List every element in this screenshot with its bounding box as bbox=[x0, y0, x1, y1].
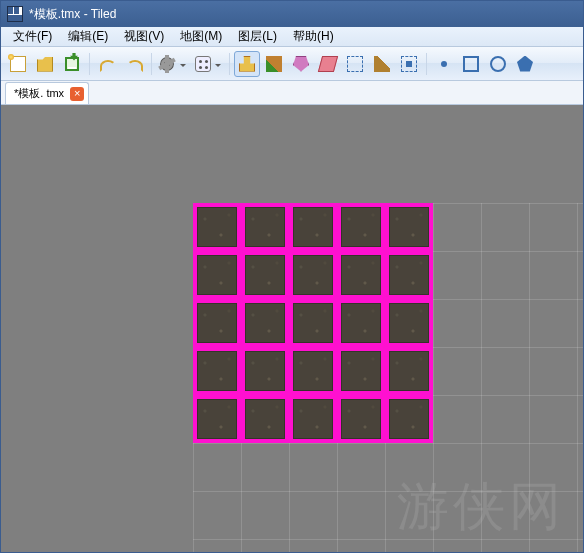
command-button[interactable] bbox=[156, 51, 190, 77]
stamp-brush-button[interactable] bbox=[234, 51, 260, 77]
tile-cell[interactable] bbox=[193, 203, 241, 251]
rectangle-select-icon bbox=[347, 56, 363, 72]
stamp-icon bbox=[239, 56, 255, 72]
ellipse-shape-icon bbox=[490, 56, 506, 72]
tile-cell[interactable] bbox=[193, 347, 241, 395]
tile-cell[interactable] bbox=[385, 203, 433, 251]
new-button[interactable] bbox=[5, 51, 31, 77]
tile-cell[interactable] bbox=[241, 347, 289, 395]
tile-cell[interactable] bbox=[289, 203, 337, 251]
map-canvas-area[interactable]: 游侠网 bbox=[1, 105, 583, 552]
tile-cell[interactable] bbox=[241, 299, 289, 347]
menu-edit[interactable]: 编辑(E) bbox=[60, 26, 116, 47]
save-button[interactable] bbox=[59, 51, 85, 77]
tile-cell[interactable] bbox=[385, 347, 433, 395]
tile-cell[interactable] bbox=[289, 251, 337, 299]
rectangle-shape-icon bbox=[463, 56, 479, 72]
tab-label: *模板. tmx bbox=[14, 86, 64, 101]
tile-cell[interactable] bbox=[289, 347, 337, 395]
tile-cell[interactable] bbox=[193, 251, 241, 299]
tile-cell[interactable] bbox=[337, 203, 385, 251]
insert-rectangle-button[interactable] bbox=[458, 51, 484, 77]
eraser-button[interactable] bbox=[315, 51, 341, 77]
tab-close-button[interactable]: × bbox=[70, 87, 84, 101]
polygon-shape-icon bbox=[517, 56, 533, 72]
separator bbox=[229, 53, 230, 75]
open-file-icon bbox=[37, 56, 53, 72]
undo-button[interactable] bbox=[94, 51, 120, 77]
document-tab[interactable]: *模板. tmx × bbox=[5, 82, 89, 104]
window-title: *模板.tmx - Tiled bbox=[29, 6, 116, 23]
terrain-brush-button[interactable] bbox=[261, 51, 287, 77]
random-button[interactable] bbox=[191, 51, 225, 77]
tile-cell[interactable] bbox=[337, 299, 385, 347]
tile-map[interactable] bbox=[193, 203, 433, 443]
dice-icon bbox=[195, 56, 211, 72]
undo-icon bbox=[99, 56, 115, 72]
tile-cell[interactable] bbox=[385, 395, 433, 443]
separator bbox=[151, 53, 152, 75]
redo-button[interactable] bbox=[121, 51, 147, 77]
tile-cell[interactable] bbox=[289, 299, 337, 347]
insert-rectangle-button[interactable] bbox=[431, 51, 457, 77]
bucket-fill-button[interactable] bbox=[288, 51, 314, 77]
tile-cell[interactable] bbox=[241, 395, 289, 443]
tile-cell[interactable] bbox=[337, 251, 385, 299]
magic-wand-icon bbox=[374, 56, 390, 72]
tile-cell[interactable] bbox=[193, 299, 241, 347]
title-bar: *模板.tmx - Tiled bbox=[1, 1, 583, 27]
tile-cell[interactable] bbox=[193, 395, 241, 443]
toolbar bbox=[1, 47, 583, 81]
new-file-icon bbox=[10, 56, 26, 72]
terrain-brush-icon bbox=[266, 56, 282, 72]
tile-cell[interactable] bbox=[241, 251, 289, 299]
save-icon bbox=[65, 57, 79, 71]
same-tile-select-button[interactable] bbox=[396, 51, 422, 77]
rectangle-select-button[interactable] bbox=[342, 51, 368, 77]
open-button[interactable] bbox=[32, 51, 58, 77]
menu-file[interactable]: 文件(F) bbox=[5, 26, 60, 47]
tile-cell[interactable] bbox=[385, 299, 433, 347]
redo-icon bbox=[126, 56, 142, 72]
insert-ellipse-button[interactable] bbox=[485, 51, 511, 77]
menu-map[interactable]: 地图(M) bbox=[172, 26, 230, 47]
tab-bar: *模板. tmx × bbox=[1, 81, 583, 105]
menu-bar: 文件(F) 编辑(E) 视图(V) 地图(M) 图层(L) 帮助(H) bbox=[1, 27, 583, 47]
eraser-icon bbox=[318, 56, 338, 72]
tile-cell[interactable] bbox=[289, 395, 337, 443]
point-icon bbox=[441, 61, 447, 67]
tile-cell[interactable] bbox=[337, 347, 385, 395]
insert-polygon-button[interactable] bbox=[512, 51, 538, 77]
same-tile-icon bbox=[401, 56, 417, 72]
app-icon bbox=[7, 6, 23, 22]
tile-grid[interactable] bbox=[193, 203, 433, 443]
separator bbox=[426, 53, 427, 75]
menu-layer[interactable]: 图层(L) bbox=[230, 26, 285, 47]
menu-help[interactable]: 帮助(H) bbox=[285, 26, 342, 47]
tile-cell[interactable] bbox=[337, 395, 385, 443]
gear-icon bbox=[160, 57, 174, 71]
separator bbox=[89, 53, 90, 75]
magic-wand-button[interactable] bbox=[369, 51, 395, 77]
tile-cell[interactable] bbox=[385, 251, 433, 299]
menu-view[interactable]: 视图(V) bbox=[116, 26, 172, 47]
tile-cell[interactable] bbox=[241, 203, 289, 251]
bucket-fill-icon bbox=[293, 56, 309, 72]
